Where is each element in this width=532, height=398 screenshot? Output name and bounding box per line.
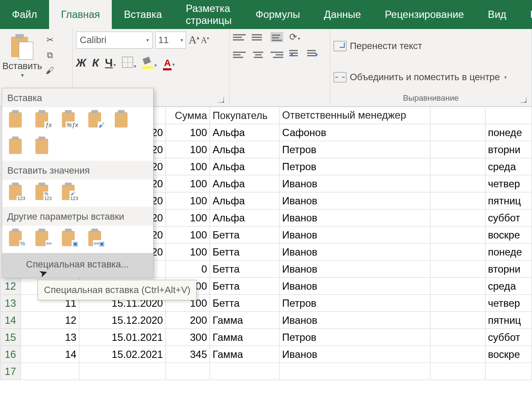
- font-name-combo[interactable]: Calibri▾: [76, 32, 153, 49]
- cell[interactable]: [430, 209, 485, 227]
- cell[interactable]: [430, 227, 485, 244]
- tab-insert[interactable]: Вставка: [112, 0, 174, 29]
- paste-button[interactable]: Вставить: [3, 32, 41, 78]
- cell[interactable]: [430, 261, 485, 278]
- font-color-button[interactable]: A▾: [163, 58, 175, 69]
- cell[interactable]: 100: [166, 141, 209, 158]
- cell[interactable]: воскре: [485, 346, 532, 363]
- wrap-text-button[interactable]: Перенести текст: [350, 41, 422, 52]
- cell[interactable]: [430, 312, 485, 329]
- paste-option-column-widths-icon[interactable]: [8, 137, 27, 156]
- cell[interactable]: четвер: [485, 295, 532, 312]
- cell[interactable]: 12: [20, 312, 79, 329]
- cell[interactable]: Гамма: [210, 346, 279, 363]
- cell[interactable]: понеде: [485, 124, 532, 141]
- cell[interactable]: [430, 295, 485, 312]
- paste-special-menu-item[interactable]: Специальная вставка...: [2, 253, 153, 278]
- cell[interactable]: Гамма: [210, 329, 279, 346]
- tab-review[interactable]: Рецензирование: [373, 0, 476, 29]
- format-painter-icon[interactable]: 🖌: [44, 65, 56, 76]
- cell[interactable]: Альфа: [210, 124, 279, 141]
- paste-option-picture-icon[interactable]: ▣: [61, 229, 80, 248]
- paste-option-link-icon[interactable]: ⚯: [35, 229, 53, 248]
- paste-option-source-formatting-icon[interactable]: 🖌: [87, 110, 106, 129]
- cell[interactable]: Иванов: [279, 278, 430, 295]
- paste-option-transpose-icon[interactable]: [35, 137, 53, 156]
- paste-option-formulas-number-icon[interactable]: %ƒx: [61, 110, 80, 129]
- cell[interactable]: Гамма: [210, 312, 279, 329]
- cell[interactable]: 100: [166, 124, 209, 141]
- cell[interactable]: 300: [166, 329, 209, 346]
- cell[interactable]: 0: [166, 261, 209, 278]
- cell[interactable]: среда: [485, 278, 532, 295]
- italic-button[interactable]: К: [92, 56, 99, 70]
- cell[interactable]: [430, 244, 485, 261]
- cell[interactable]: Альфа: [210, 175, 279, 192]
- cell[interactable]: 13: [20, 329, 79, 346]
- paste-option-formulas-icon[interactable]: ƒx: [35, 110, 53, 129]
- cell[interactable]: Иванов: [279, 261, 430, 278]
- decrease-font-icon[interactable]: A▾: [201, 35, 209, 45]
- cell[interactable]: четвер: [485, 175, 532, 192]
- cell[interactable]: [430, 158, 485, 175]
- tab-cut[interactable]: Р: [518, 0, 532, 29]
- cell[interactable]: 345: [166, 346, 209, 363]
- cell[interactable]: [430, 278, 485, 295]
- cell[interactable]: Иванов: [279, 244, 430, 261]
- cell[interactable]: 100: [166, 192, 209, 209]
- cell[interactable]: [430, 124, 485, 141]
- align-center-icon[interactable]: [252, 49, 265, 60]
- cell[interactable]: вторни: [485, 261, 532, 278]
- row-header[interactable]: 12: [0, 278, 21, 295]
- decrease-indent-icon[interactable]: [289, 50, 301, 59]
- paste-option-no-borders-icon[interactable]: [114, 110, 133, 129]
- dialog-launcher-icon[interactable]: [218, 97, 224, 103]
- cell[interactable]: Иванов: [279, 227, 430, 244]
- cell[interactable]: воскре: [485, 227, 532, 244]
- cell[interactable]: понеде: [485, 244, 532, 261]
- cell[interactable]: Бетта: [210, 244, 279, 261]
- table-row[interactable]: 141215.12.2020200ГаммаИвановпятниц: [0, 312, 532, 329]
- cell[interactable]: 200: [166, 312, 209, 329]
- cell[interactable]: Иванов: [279, 209, 430, 227]
- cell[interactable]: вторни: [485, 141, 532, 158]
- cell[interactable]: [430, 141, 485, 158]
- cell[interactable]: Петров: [279, 141, 430, 158]
- cell[interactable]: 100: [166, 158, 209, 175]
- align-top-icon[interactable]: [233, 32, 246, 42]
- cell[interactable]: 15.02.2021: [79, 346, 166, 363]
- tab-home[interactable]: Главная: [49, 0, 112, 29]
- paste-option-values-source-icon[interactable]: 🖌123: [61, 183, 80, 202]
- cell[interactable]: Альфа: [210, 158, 279, 175]
- cell[interactable]: Петров: [279, 329, 430, 346]
- cell[interactable]: Бетта: [210, 261, 279, 278]
- tab-view[interactable]: Вид: [476, 0, 518, 29]
- cell[interactable]: Иванов: [279, 312, 430, 329]
- align-right-icon[interactable]: [270, 49, 283, 60]
- paste-option-linked-picture-icon[interactable]: ⚯▣: [87, 229, 106, 248]
- merge-center-button[interactable]: Объединить и поместить в центре: [350, 72, 500, 83]
- row-header[interactable]: 17: [0, 363, 21, 380]
- tab-page-layout[interactable]: Разметка страницы: [174, 0, 244, 29]
- underline-button[interactable]: Ч▾: [105, 56, 116, 70]
- bold-button[interactable]: Ж: [76, 56, 86, 70]
- cell[interactable]: Иванов: [279, 192, 430, 209]
- cell[interactable]: [430, 346, 485, 363]
- cell[interactable]: 100: [166, 175, 209, 192]
- tab-data[interactable]: Данные: [312, 0, 373, 29]
- cell[interactable]: среда: [485, 158, 532, 175]
- cell[interactable]: 100: [166, 209, 209, 227]
- cell[interactable]: 14: [20, 346, 79, 363]
- cell[interactable]: 100: [166, 244, 209, 261]
- cell[interactable]: Альфа: [210, 192, 279, 209]
- cell[interactable]: [430, 192, 485, 209]
- cell[interactable]: пятниц: [485, 192, 532, 209]
- cell[interactable]: Бетта: [210, 278, 279, 295]
- cell[interactable]: Иванов: [279, 346, 430, 363]
- orientation-button[interactable]: ⟳▾: [289, 32, 300, 43]
- table-row[interactable]: 151315.01.2021300ГаммаПетровсуббот: [0, 329, 532, 346]
- cell[interactable]: Альфа: [210, 209, 279, 227]
- cell[interactable]: Петров: [279, 158, 430, 175]
- row-header[interactable]: 15: [0, 329, 21, 346]
- align-bottom-icon[interactable]: [270, 32, 283, 42]
